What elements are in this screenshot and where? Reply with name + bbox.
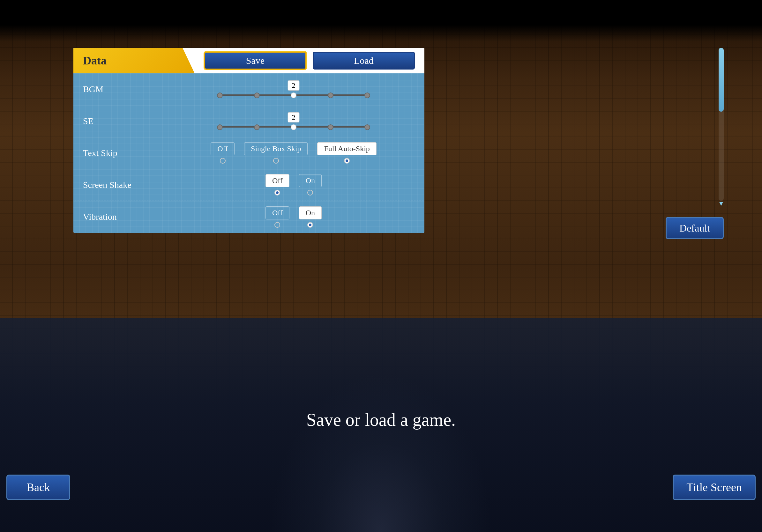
vibration-row: Vibration Off On bbox=[73, 201, 424, 233]
screen-shake-options: Off On bbox=[163, 174, 424, 195]
se-label: SE bbox=[73, 116, 163, 126]
text-skip-full-radio[interactable] bbox=[344, 158, 350, 164]
screen-shake-off[interactable]: Off bbox=[266, 174, 289, 195]
data-tab-label: Data bbox=[83, 54, 107, 67]
vibration-label: Vibration bbox=[73, 212, 163, 222]
settings-content: BGM 2 bbox=[73, 73, 424, 233]
save-button[interactable]: Save bbox=[204, 52, 306, 70]
scrollbar-thumb[interactable] bbox=[719, 48, 724, 112]
bottom-buttons: Back Title Screen bbox=[0, 475, 762, 500]
se-dot-3[interactable] bbox=[328, 124, 334, 130]
se-row: SE 2 bbox=[73, 105, 424, 137]
bgm-dot-1[interactable] bbox=[254, 93, 260, 98]
text-skip-off[interactable]: Off bbox=[211, 142, 235, 164]
scrollbar[interactable]: ▼ bbox=[719, 48, 724, 201]
header-buttons: Save Load bbox=[194, 48, 424, 73]
bgm-dot-3[interactable] bbox=[328, 93, 334, 98]
title-screen-button[interactable]: Title Screen bbox=[673, 475, 756, 500]
vibration-off[interactable]: Off bbox=[266, 206, 289, 228]
text-skip-options: Off Single Box Skip Full Auto-Skip bbox=[163, 142, 424, 164]
screen-shake-on[interactable]: On bbox=[299, 174, 322, 195]
se-dot-0[interactable] bbox=[217, 124, 223, 130]
se-value: 2 bbox=[288, 112, 300, 122]
se-dot-2[interactable] bbox=[291, 124, 296, 130]
text-skip-full[interactable]: Full Auto-Skip bbox=[317, 142, 376, 164]
bgm-dot-2[interactable] bbox=[291, 93, 296, 98]
top-dark-bar bbox=[0, 0, 762, 41]
screen-shake-row: Screen Shake Off On bbox=[73, 169, 424, 201]
bgm-value: 2 bbox=[288, 80, 300, 91]
vibration-options: Off On bbox=[163, 206, 424, 228]
vibration-off-label: Off bbox=[266, 206, 289, 220]
bgm-dot-4[interactable] bbox=[364, 93, 370, 98]
text-skip-single[interactable]: Single Box Skip bbox=[244, 142, 308, 164]
load-button[interactable]: Load bbox=[313, 52, 415, 70]
panel-header: Data Save Load bbox=[73, 48, 424, 73]
text-skip-off-label: Off bbox=[211, 142, 235, 155]
vibration-on-radio[interactable] bbox=[307, 222, 313, 228]
status-description: Save or load a game. bbox=[306, 410, 456, 430]
se-control[interactable]: 2 bbox=[163, 115, 424, 128]
vibration-on[interactable]: On bbox=[299, 206, 322, 228]
vibration-off-radio[interactable] bbox=[274, 222, 280, 228]
bgm-slider[interactable]: 2 bbox=[217, 83, 370, 96]
screen-shake-label: Screen Shake bbox=[73, 180, 163, 190]
screen-shake-off-radio[interactable] bbox=[274, 190, 280, 195]
vibration-control: Off On bbox=[163, 206, 424, 228]
text-skip-off-radio[interactable] bbox=[220, 158, 226, 164]
text-skip-row: Text Skip Off Single Box Skip bbox=[73, 137, 424, 169]
screen-shake-on-label: On bbox=[299, 174, 322, 187]
bgm-row: BGM 2 bbox=[73, 73, 424, 105]
text-skip-control: Off Single Box Skip Full Auto-Skip bbox=[163, 142, 424, 164]
default-button[interactable]: Default bbox=[666, 217, 724, 239]
default-button-container: Default bbox=[666, 217, 724, 239]
status-text-container: Save or load a game. bbox=[0, 410, 762, 430]
character-silhouette bbox=[269, 372, 493, 532]
settings-panel: Data Save Load BGM 2 bbox=[73, 48, 424, 233]
bgm-label: BGM bbox=[73, 84, 163, 95]
se-dot-1[interactable] bbox=[254, 124, 260, 130]
text-skip-label: Text Skip bbox=[73, 148, 163, 158]
text-skip-single-label: Single Box Skip bbox=[244, 142, 308, 155]
bgm-control[interactable]: 2 bbox=[163, 83, 424, 96]
text-skip-single-radio[interactable] bbox=[273, 158, 279, 164]
back-button[interactable]: Back bbox=[6, 475, 70, 500]
bgm-dot-0[interactable] bbox=[217, 93, 223, 98]
screen-shake-on-radio[interactable] bbox=[307, 190, 313, 195]
se-slider[interactable]: 2 bbox=[217, 115, 370, 128]
se-dot-4[interactable] bbox=[364, 124, 370, 130]
data-tab: Data bbox=[73, 48, 194, 73]
text-skip-full-label: Full Auto-Skip bbox=[317, 142, 376, 155]
vibration-on-label: On bbox=[299, 206, 322, 220]
screen-shake-off-label: Off bbox=[266, 174, 289, 187]
screen-shake-control: Off On bbox=[163, 174, 424, 195]
scrollbar-arrow-down: ▼ bbox=[718, 200, 724, 207]
